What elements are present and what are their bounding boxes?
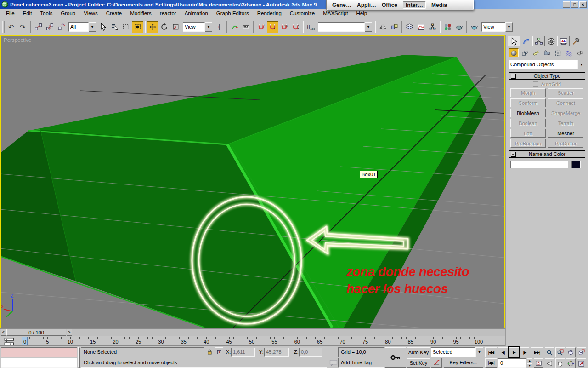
- maxscript-listener-white[interactable]: [1, 358, 77, 368]
- set-keys-button[interactable]: [385, 347, 406, 368]
- object-type-rollout-header[interactable]: − Object Type: [509, 72, 585, 80]
- floating-toolbar-item-1[interactable]: Gene…: [332, 2, 351, 8]
- chevron-down-icon[interactable]: ▼: [205, 22, 212, 32]
- autogrid-checkbox[interactable]: [533, 81, 538, 87]
- menu-animation[interactable]: Animation: [181, 10, 212, 17]
- go-to-start-button[interactable]: |◀◀: [485, 347, 497, 357]
- move-button[interactable]: [147, 21, 158, 33]
- tab-hierarchy[interactable]: [532, 36, 545, 46]
- time-slider-handle[interactable]: 0 / 100: [6, 329, 66, 336]
- schematic-button[interactable]: [427, 21, 438, 33]
- chevron-down-icon[interactable]: ▼: [505, 22, 513, 32]
- snap-percent-button[interactable]: %: [278, 21, 290, 33]
- menu-maxscript[interactable]: MAXScript: [319, 10, 352, 17]
- align-button[interactable]: [389, 21, 400, 33]
- unlink-button[interactable]: [44, 21, 56, 33]
- rotate-button[interactable]: [158, 21, 170, 33]
- tab-utilities[interactable]: [570, 36, 582, 46]
- menu-create[interactable]: Create: [102, 10, 126, 17]
- floating-toolbar[interactable]: Gene…Appli…OfficeInter…Media: [326, 0, 474, 11]
- perspective-viewport[interactable]: Z x Perspective Box01 zona donde necesit…: [0, 35, 505, 328]
- select-button[interactable]: [97, 21, 109, 33]
- key-filters-button[interactable]: Key Filters...: [444, 358, 483, 368]
- category-geometry[interactable]: [509, 48, 519, 58]
- play-animation-button[interactable]: ▶: [509, 347, 519, 357]
- collapse-icon[interactable]: −: [511, 74, 516, 79]
- curve-editor-button[interactable]: [415, 21, 427, 33]
- floating-toolbar-item-3[interactable]: Office: [382, 2, 397, 8]
- menu-customize[interactable]: Customize: [286, 10, 319, 17]
- object-color-swatch[interactable]: [571, 161, 581, 168]
- floating-toolbar-item-5[interactable]: Media: [431, 2, 447, 8]
- next-frame-button[interactable]: |▶: [520, 347, 529, 357]
- menu-edit[interactable]: Edit: [19, 10, 36, 17]
- menu-group[interactable]: Group: [57, 10, 79, 17]
- window-crossing-button[interactable]: [132, 21, 143, 33]
- snap-3d-button[interactable]: 3: [255, 21, 267, 33]
- previous-frame-button[interactable]: ◀|: [498, 347, 508, 357]
- frame-spinner[interactable]: ▲▼: [527, 358, 532, 368]
- menu-reactor[interactable]: reactor: [156, 10, 181, 17]
- key-mode-toggle[interactable]: |◀▶|: [485, 358, 497, 368]
- set-key-button[interactable]: Set Key: [407, 358, 430, 368]
- category-space-warps[interactable]: [564, 48, 574, 58]
- named-selection-dropdown[interactable]: ▼: [318, 22, 372, 32]
- viewport-label[interactable]: Perspective: [4, 37, 31, 43]
- object-name-input[interactable]: [510, 161, 568, 168]
- current-frame-field[interactable]: 0: [498, 358, 526, 368]
- rect-region-button[interactable]: [120, 21, 132, 33]
- select-by-name-button[interactable]: [109, 21, 120, 33]
- selection-lock-icon[interactable]: [206, 347, 213, 357]
- selection-filter-dropdown[interactable]: All▼: [68, 22, 96, 32]
- zoom-button[interactable]: [545, 347, 554, 357]
- tab-create[interactable]: [508, 36, 520, 46]
- floating-toolbar-item-4[interactable]: Inter…: [403, 1, 426, 9]
- z-coord-field[interactable]: 0,0: [299, 348, 322, 356]
- toolbar-drag-handle[interactable]: [2, 21, 5, 33]
- time-configuration-icon[interactable]: [534, 358, 543, 368]
- mini-curve-editor-icon[interactable]: [4, 337, 15, 345]
- go-to-end-button[interactable]: ▶▶|: [531, 347, 543, 357]
- zoom-extents-button[interactable]: [566, 347, 576, 357]
- blobmesh-button[interactable]: BlobMesh: [510, 109, 546, 117]
- x-coord-field[interactable]: 1,611: [231, 348, 255, 356]
- layers-button[interactable]: [404, 21, 415, 33]
- absolute-mode-icon[interactable]: [215, 347, 223, 357]
- chevron-down-icon[interactable]: ▼: [578, 60, 585, 69]
- track-bar[interactable]: 0510152025303540455055606570758085909510…: [0, 336, 505, 346]
- communicator-icon[interactable]: [329, 358, 338, 368]
- menu-modifiers[interactable]: Modifiers: [126, 10, 156, 17]
- pan-button[interactable]: [555, 358, 565, 368]
- max-toggle-button[interactable]: [577, 358, 586, 368]
- scale-button[interactable]: [170, 21, 181, 33]
- bind-spacewarp-button[interactable]: [56, 21, 67, 33]
- redo-button[interactable]: ↷: [17, 21, 29, 33]
- arc-rotate-button[interactable]: [566, 358, 576, 368]
- minimize-button[interactable]: _: [563, 1, 570, 8]
- category-helpers[interactable]: [553, 48, 563, 58]
- category-dropdown[interactable]: Compound Objects ▼: [509, 60, 585, 69]
- mesher-button[interactable]: Mesher: [548, 129, 583, 138]
- chevron-down-icon[interactable]: ▼: [89, 22, 96, 32]
- snap-angle-button[interactable]: [267, 21, 278, 33]
- menu-graph-editors[interactable]: Graph Editors: [212, 10, 253, 17]
- listener-splitter[interactable]: [78, 347, 80, 368]
- snap-spinner-button[interactable]: [290, 21, 301, 33]
- default-tangent-icon[interactable]: [431, 358, 442, 368]
- y-coord-field[interactable]: 45,278: [264, 348, 289, 356]
- chevron-down-icon[interactable]: ▼: [365, 22, 372, 32]
- zoom-extents-all-button[interactable]: [577, 347, 586, 357]
- kbd-override-button[interactable]: [240, 21, 252, 33]
- category-lights[interactable]: [531, 48, 541, 58]
- tab-display[interactable]: [557, 36, 570, 46]
- reference-coordinate-dropdown[interactable]: View▼: [183, 22, 212, 32]
- key-filter-dropdown[interactable]: Selected ▼: [431, 347, 483, 357]
- menu-views[interactable]: Views: [79, 10, 102, 17]
- menu-rendering[interactable]: Rendering: [253, 10, 286, 17]
- add-time-tag[interactable]: Add Time Tag: [338, 358, 384, 368]
- render-type-teapot-button[interactable]: [469, 21, 480, 33]
- time-slider-next-arrow[interactable]: >: [67, 329, 72, 336]
- category-shapes[interactable]: [520, 48, 530, 58]
- menu-file[interactable]: File: [2, 10, 19, 17]
- menu-tools[interactable]: Tools: [36, 10, 57, 17]
